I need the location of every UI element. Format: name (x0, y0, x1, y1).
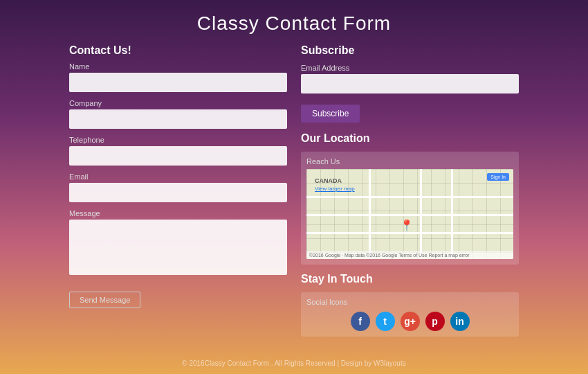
name-label: Name (69, 62, 287, 71)
right-column: Subscribe Email Address Subscribe Our Lo… (301, 44, 519, 337)
message-label: Message (69, 209, 287, 217)
twitter-icon[interactable]: t (376, 312, 395, 331)
location-box-title: Reach Us (306, 157, 513, 166)
telephone-field-group: Telephone (69, 136, 287, 166)
map-road-h2 (306, 214, 513, 216)
name-field-group: Name (69, 62, 287, 92)
linkedin-icon[interactable]: in (450, 312, 470, 331)
location-box: Reach Us CANADA View larger map Sign In (301, 152, 519, 265)
facebook-icon[interactable]: f (351, 312, 370, 331)
message-textarea[interactable] (69, 220, 287, 275)
pinterest-icon[interactable]: p (425, 312, 445, 331)
name-input[interactable] (69, 73, 287, 92)
map-road-h1 (306, 196, 513, 198)
map-inner: CANADA View larger map Sign In ©2016 Goo… (306, 169, 513, 259)
contact-section-title: Contact Us! (69, 44, 287, 57)
email-label: Email (69, 172, 287, 181)
map-road-v2 (420, 169, 422, 259)
company-label: Company (69, 99, 287, 107)
map-attribution: ©2016 Google · Map data ©2016 Google Ter… (309, 253, 470, 258)
company-field-group: Company (69, 99, 287, 129)
social-icons-container: f t g+ p in (306, 312, 513, 331)
map-pin (400, 219, 410, 229)
map-placeholder: CANADA View larger map Sign In ©2016 Goo… (306, 169, 513, 259)
map-larger-link[interactable]: View larger map (315, 186, 355, 192)
send-message-button[interactable]: Send Message (69, 292, 140, 308)
company-input[interactable] (69, 109, 287, 129)
map-road-v3 (451, 169, 453, 259)
email-input[interactable] (69, 183, 287, 202)
footer-text: © 2016Classy Contact Form . All Rights R… (0, 359, 588, 367)
telephone-input[interactable] (69, 146, 287, 166)
map-canada-label: CANADA (315, 177, 342, 184)
page-title: Classy Contact Form (0, 0, 588, 44)
map-bottom-bar: ©2016 Google · Map data ©2016 Google Ter… (306, 251, 513, 259)
subscribe-title: Subscribe (301, 44, 519, 57)
telephone-label: Telephone (69, 136, 287, 144)
stay-in-touch-section: Stay In Touch Social Icons f t g+ p in (301, 273, 519, 337)
map-sign-in-button[interactable]: Sign In (487, 173, 509, 181)
map-road-h3 (306, 232, 513, 234)
email-field-group: Email (69, 172, 287, 202)
contact-form-section: Contact Us! Name Company Telephone Email… (69, 44, 287, 337)
google-plus-icon[interactable]: g+ (401, 312, 420, 331)
location-section: Our Location Reach Us CANADA View larger… (301, 132, 519, 265)
subscribe-section: Subscribe Email Address Subscribe (301, 44, 519, 123)
map-road-v1 (369, 169, 371, 259)
social-box-title: Social Icons (306, 298, 513, 306)
stay-in-touch-title: Stay In Touch (301, 273, 519, 285)
message-field-group: Message (69, 209, 287, 278)
social-box: Social Icons f t g+ p in (301, 292, 519, 337)
subscribe-email-input[interactable] (301, 74, 519, 93)
subscribe-button[interactable]: Subscribe (301, 105, 360, 123)
subscribe-email-label: Email Address (301, 64, 519, 72)
subscribe-email-group: Email Address (301, 64, 519, 93)
location-title: Our Location (301, 132, 519, 145)
